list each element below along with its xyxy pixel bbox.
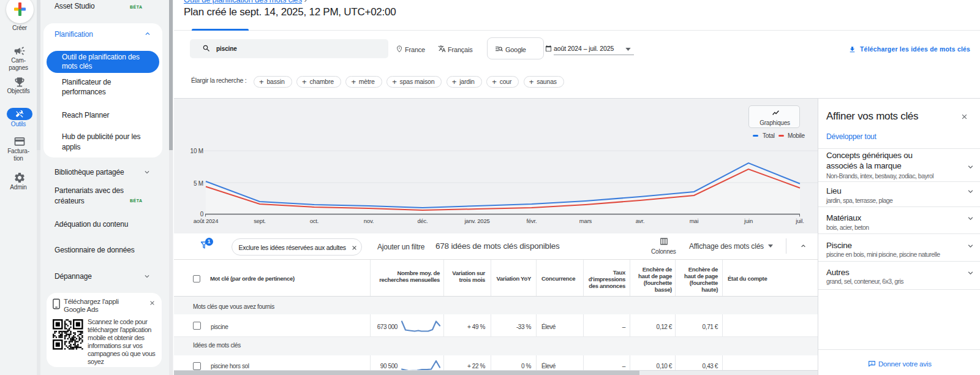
svg-text:nov.: nov. [364,218,374,224]
svg-text:5 M: 5 M [194,180,203,187]
svg-text:juil.: juil. [795,218,804,224]
svg-text:déc.: déc. [417,218,428,224]
svg-text:févr.: févr. [527,218,537,224]
svg-text:0: 0 [200,211,204,218]
svg-text:sept.: sept. [254,218,266,224]
svg-text:juin: juin [744,218,753,224]
svg-text:août 2024: août 2024 [194,218,218,224]
svg-text:mai: mai [690,218,699,224]
svg-text:avr.: avr. [636,218,645,224]
svg-text:oct.: oct. [310,218,319,224]
svg-text:mars: mars [579,218,592,224]
svg-text:10 M: 10 M [190,148,203,154]
svg-text:janv. 2025: janv. 2025 [464,218,489,224]
